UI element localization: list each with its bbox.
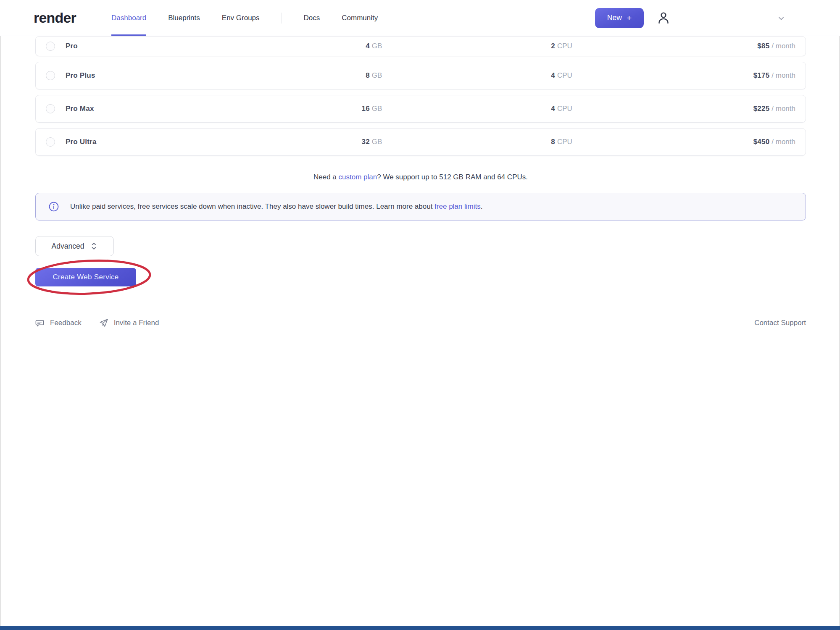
price-value: $175	[753, 71, 770, 79]
plan-price: $450/ month	[572, 138, 806, 146]
price-unit: / month	[772, 105, 795, 113]
plan-name: Pro Ultra	[66, 138, 97, 146]
invite-label: Invite a Friend	[114, 319, 159, 327]
radio-button[interactable]	[46, 71, 55, 80]
cpu-value: 8	[551, 138, 555, 146]
cpu-unit: CPU	[557, 42, 572, 50]
banner-text: Unlike paid services, free services scal…	[70, 202, 482, 211]
plan-ram: 16GB	[221, 105, 382, 113]
price-value: $225	[753, 105, 770, 113]
free-plan-info-banner: Unlike paid services, free services scal…	[35, 193, 806, 220]
radio-button[interactable]	[46, 137, 55, 147]
plan-price: $175/ month	[572, 71, 806, 80]
ram-unit: GB	[372, 138, 382, 146]
plan-ram: 8GB	[221, 71, 382, 80]
workspace-chevron-down-icon[interactable]	[777, 14, 785, 23]
plan-row-pro-plus[interactable]: Pro Plus 8GB 4CPU $175/ month	[35, 62, 806, 89]
new-button-label: New	[607, 13, 622, 22]
price-value: $450	[753, 138, 770, 146]
plan-ram: 4GB	[221, 42, 382, 50]
feedback-label: Feedback	[50, 319, 82, 327]
cpu-unit: CPU	[557, 138, 572, 146]
custom-plan-link[interactable]: custom plan	[339, 173, 377, 181]
header-actions: New +	[595, 8, 672, 28]
paper-plane-icon	[99, 318, 108, 328]
plan-cpu: 8CPU	[382, 138, 572, 146]
info-icon	[48, 201, 59, 212]
person-icon	[656, 10, 671, 26]
ram-value: 32	[362, 138, 370, 146]
cpu-value: 4	[551, 71, 555, 79]
cpu-unit: CPU	[557, 105, 572, 113]
contact-support-link[interactable]: Contact Support	[754, 319, 806, 327]
main-content: Pro 4GB 2CPU $85/ month Pro Plus 8GB 4CP…	[0, 36, 840, 328]
top-navigation-bar: render Dashboard Blueprints Env Groups D…	[0, 0, 840, 36]
plan-name-cell: Pro Plus	[36, 71, 221, 80]
plan-cpu: 2CPU	[382, 42, 572, 50]
nav-blueprints[interactable]: Blueprints	[168, 0, 200, 36]
radio-button[interactable]	[46, 42, 55, 51]
page-footer: Feedback Invite a Friend Contact Support	[35, 318, 806, 328]
ram-unit: GB	[372, 71, 382, 79]
plus-icon: +	[627, 13, 632, 22]
ram-value: 4	[366, 42, 370, 50]
page: render Dashboard Blueprints Env Groups D…	[0, 0, 840, 630]
banner-message: Unlike paid services, free services scal…	[70, 202, 434, 210]
free-plan-limits-link[interactable]: free plan limits	[434, 202, 481, 210]
price-unit: / month	[772, 138, 795, 146]
new-button[interactable]: New +	[595, 8, 644, 28]
custom-plan-suffix: ? We support up to 512 GB RAM and 64 CPU…	[377, 173, 528, 181]
nav-community[interactable]: Community	[342, 0, 378, 36]
plan-row-pro-max[interactable]: Pro Max 16GB 4CPU $225/ month	[35, 95, 806, 123]
account-menu-button[interactable]	[655, 10, 672, 26]
bottom-edge-bar	[0, 626, 840, 630]
plan-price: $225/ month	[572, 105, 806, 113]
plan-name: Pro Plus	[66, 71, 95, 80]
cpu-value: 4	[551, 105, 555, 113]
banner-suffix: .	[481, 202, 483, 210]
plan-ram: 32GB	[221, 138, 382, 146]
price-unit: / month	[772, 71, 795, 79]
plan-name: Pro	[66, 42, 78, 50]
custom-plan-note: Need a custom plan? We support up to 512…	[35, 173, 806, 181]
nav-env-groups[interactable]: Env Groups	[222, 0, 260, 36]
primary-nav: Dashboard Blueprints Env Groups Docs Com…	[111, 0, 378, 36]
plan-row-pro[interactable]: Pro 4GB 2CPU $85/ month	[35, 36, 806, 56]
cpu-value: 2	[551, 42, 555, 50]
speech-bubble-icon	[35, 318, 45, 328]
plan-name-cell: Pro	[36, 42, 221, 51]
advanced-label: Advanced	[52, 242, 84, 251]
nav-docs[interactable]: Docs	[304, 0, 320, 36]
radio-button[interactable]	[46, 104, 55, 113]
create-web-service-button[interactable]: Create Web Service	[35, 268, 136, 286]
invite-a-friend-link[interactable]: Invite a Friend	[99, 318, 159, 328]
cpu-unit: CPU	[557, 71, 572, 79]
price-unit: / month	[772, 42, 795, 50]
nav-divider	[282, 13, 282, 24]
plan-row-pro-ultra[interactable]: Pro Ultra 32GB 8CPU $450/ month	[35, 128, 806, 156]
create-button-area: Create Web Service	[35, 268, 136, 286]
plan-cpu: 4CPU	[382, 105, 572, 113]
price-value: $85	[757, 42, 769, 50]
ram-value: 16	[362, 105, 370, 113]
ram-unit: GB	[372, 42, 382, 50]
plan-name-cell: Pro Max	[36, 104, 221, 113]
ram-unit: GB	[372, 105, 382, 113]
feedback-link[interactable]: Feedback	[35, 318, 82, 328]
plan-cpu: 4CPU	[382, 71, 572, 80]
plan-price: $85/ month	[572, 42, 806, 50]
ram-value: 8	[366, 71, 370, 79]
advanced-toggle-button[interactable]: Advanced	[35, 236, 114, 256]
custom-plan-prefix: Need a	[313, 173, 339, 181]
render-logo[interactable]: render	[34, 10, 76, 26]
plan-name: Pro Max	[66, 105, 94, 113]
plan-name-cell: Pro Ultra	[36, 137, 221, 147]
sort-chevrons-icon	[90, 242, 97, 251]
nav-dashboard[interactable]: Dashboard	[111, 0, 146, 36]
